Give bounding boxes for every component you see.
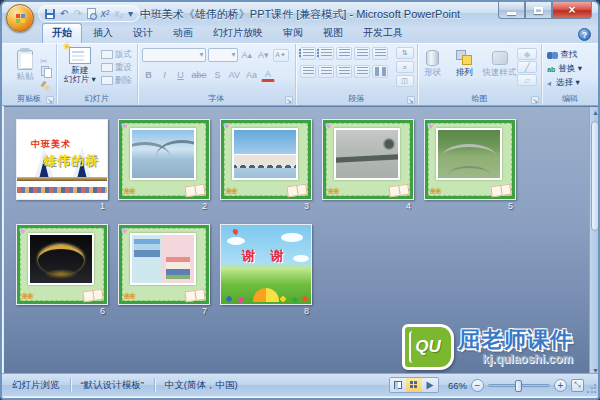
align-text-button[interactable]: ≡ [396,61,414,73]
help-button[interactable]: ? [578,28,591,41]
shape-effects-icon[interactable] [517,74,537,86]
line-spacing-button[interactable] [372,47,388,60]
design-template-status[interactable]: “默认设计模板” [71,379,154,392]
scroll-up-icon[interactable]: ▲ [592,109,599,116]
slide-thumbnail-8[interactable]: 🎈 谢 谢 [220,224,312,305]
replace-button[interactable]: ab 替换 ▾ [542,62,598,76]
slide-7-cell: ♥♥ ❀❀ 7 [118,224,210,316]
new-slide-button[interactable]: 新建 幻灯片 ▾ [59,47,101,93]
bullets-button[interactable] [300,47,316,60]
cloud [227,237,245,245]
fit-to-window-button[interactable] [571,379,584,392]
tab-review[interactable]: 审阅 [274,24,312,43]
tab-home[interactable]: 开始 [42,23,82,43]
font-color-button[interactable]: A [261,68,275,82]
clear-formatting-button[interactable]: A✦ [273,49,289,62]
shrink-font-button[interactable]: A▾ [256,48,271,62]
grow-font-button[interactable]: A▴ [240,48,255,62]
select-button[interactable]: 选择 ▾ [542,76,598,90]
language-status[interactable]: 中文(简体，中国) [155,379,248,392]
paragraph-dialog-launcher[interactable]: ↘ [407,96,415,104]
normal-view-button[interactable] [390,378,406,392]
align-left-button[interactable] [300,65,316,78]
office-button[interactable] [6,4,34,32]
slide-sorter-view-button[interactable] [406,378,422,392]
font-size-combobox[interactable] [208,48,238,62]
decrease-indent-button[interactable] [336,47,352,60]
minimize-button[interactable] [498,2,525,19]
strikethrough-button[interactable]: abe [190,68,209,82]
slide-thumbnail-6[interactable]: ♥♥ ❀❀ [16,224,108,305]
clipboard-dialog-launcher[interactable]: ↘ [46,96,54,104]
slide-thumbnail-1[interactable]: 中班美术 雄伟的桥 [16,119,108,200]
vertical-scrollbar[interactable]: ▲ ▼ [589,107,600,376]
tab-view[interactable]: 视图 [314,24,352,43]
shape-fill-icon[interactable] [517,48,537,60]
find-button[interactable]: 查找 [542,48,598,62]
slide-number: 4 [322,201,414,211]
italic-button[interactable]: I [158,68,172,82]
stone-arches [232,154,298,168]
quick-styles-button[interactable]: 快速样式 [481,47,519,93]
slide-thumbnail-3[interactable]: ♥♥ ❀❀ [220,119,312,200]
underline-button[interactable]: U [174,68,188,82]
align-center-button[interactable] [318,65,334,78]
delete-button[interactable]: 删除 [101,74,132,87]
tab-animations[interactable]: 动画 [164,24,202,43]
layout-button[interactable]: 版式 [101,48,132,61]
smartart-convert-button[interactable]: ◫ [396,75,414,87]
character-spacing-button[interactable]: AV [227,68,242,82]
bold-button[interactable]: B [142,68,156,82]
font-dialog-launcher[interactable]: ↘ [285,96,293,104]
align-right-button[interactable] [336,65,352,78]
paste-icon [17,50,33,70]
ribbon-tab-bar: 开始 插入 设计 动画 幻灯片放映 审阅 视图 开发工具 [2,26,598,43]
bridge-photo [232,128,298,180]
maximize-button[interactable] [525,2,552,19]
numbering-button[interactable] [318,47,334,60]
hearts-decoration-icon: ♥♥ [325,121,332,132]
slideshow-view-button[interactable] [422,378,438,392]
tab-design[interactable]: 设计 [124,24,162,43]
office-logo-icon [16,14,25,23]
scrollbar-thumb[interactable] [591,121,599,231]
zoom-slider[interactable] [488,384,550,387]
copy-icon[interactable] [40,65,51,76]
arrange-button[interactable]: 排列 [450,47,480,93]
reset-button[interactable]: 重设 [101,61,132,74]
text-shadow-button[interactable]: S [211,68,225,82]
zoom-out-button[interactable]: − [471,379,484,392]
align-center-icon [321,67,332,76]
slide-thumbnail-7[interactable]: ♥♥ ❀❀ [118,224,210,305]
tab-slideshow[interactable]: 幻灯片放映 [204,24,272,43]
slide-number: 6 [16,306,108,316]
increase-indent-button[interactable] [354,47,370,60]
zoom-slider-thumb[interactable] [515,380,522,392]
slide-4-cell: ♥♥ ❀❀ 4 [322,119,414,211]
resize-grip[interactable] [586,384,596,394]
columns-button[interactable] [372,65,388,78]
slide-thumbnail-5[interactable]: ♥♥ ❀❀ [424,119,516,200]
tab-developer[interactable]: 开发工具 [354,24,412,43]
balloons-decoration: 🎈 [231,229,241,237]
font-name-combobox[interactable] [142,48,206,62]
cut-icon[interactable] [40,50,51,61]
drawing-dialog-launcher[interactable]: ↘ [531,96,539,104]
shape-outline-icon[interactable] [517,61,537,73]
status-bar: 幻灯片浏览 “默认设计模板” 中文(简体，中国) 66% − + [2,373,598,396]
slide-thumbnail-2[interactable]: ♥♥ ❀❀ [118,119,210,200]
tab-insert[interactable]: 插入 [84,24,122,43]
close-button[interactable]: × [552,2,592,19]
slide-6-cell: ♥♥ ❀❀ 6 [16,224,108,316]
justify-button[interactable] [354,65,370,78]
slide-thumbnail-4[interactable]: ♥♥ ❀❀ [322,119,414,200]
zoom-in-button[interactable]: + [554,379,567,392]
bullets-icon [303,49,314,58]
shapes-button[interactable]: 形状 [418,47,448,93]
text-direction-button[interactable]: ⇅ [396,47,414,59]
change-case-button[interactable]: Aa [244,68,259,82]
format-painter-icon[interactable] [40,80,51,91]
slide-number: 2 [118,201,210,211]
zoom-level[interactable]: 66% [443,380,467,391]
flower-decoration-icon: ❀❀ [225,186,236,196]
